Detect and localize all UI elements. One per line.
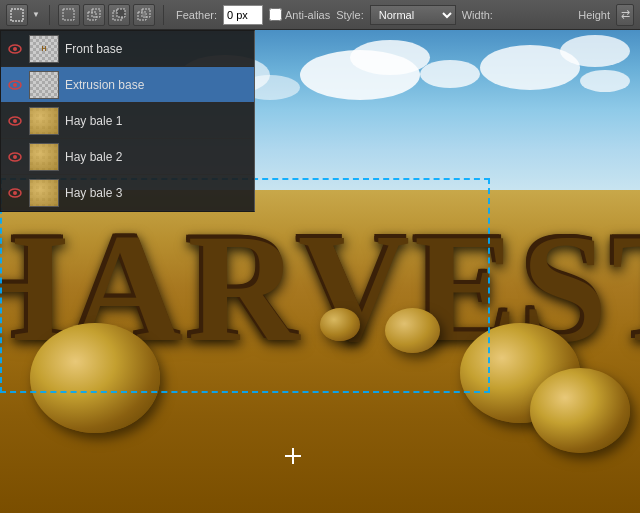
layer-item-extrusion-base[interactable]: Extrusion base [1,67,254,103]
svg-rect-8 [142,12,146,17]
antialias-checkbox[interactable] [269,8,282,21]
svg-point-12 [13,83,17,87]
layer-thumb-extrusion-base [29,71,59,99]
layer-eye-extrusion-base[interactable] [7,77,23,93]
toolbar: ▼ Feat [0,0,640,30]
canvas-area: HARVEST H Front base [0,30,640,513]
sep1 [49,5,50,25]
layer-item-hay-bale-1[interactable]: Hay bale 1 [1,103,254,139]
feather-input[interactable] [223,5,263,25]
layer-thumb-hay-bale-2 [29,143,59,171]
layer-name-extrusion-base: Extrusion base [65,78,144,92]
dropdown-btn[interactable]: ▼ [31,4,41,26]
feather-label: Feather: [176,9,217,21]
layer-item-hay-bale-3[interactable]: Hay bale 3 [1,175,254,211]
style-label: Style: [336,9,364,21]
layer-item-front-base[interactable]: H Front base [1,31,254,67]
hay-bale-small-1 [385,308,440,353]
height-label: Height [578,9,610,21]
marquee-tool-btn[interactable] [6,4,28,26]
antialias-label: Anti-alias [285,9,330,21]
width-label: Width: [462,9,493,21]
hay-bale-left [30,323,160,433]
transform-group [58,4,155,26]
layer-item-hay-bale-2[interactable]: Hay bale 2 [1,139,254,175]
layer-name-hay-bale-1: Hay bale 1 [65,114,122,128]
layer-eye-hay-bale-3[interactable] [7,185,23,201]
swap-btn[interactable]: ⇄ [616,4,634,26]
layer-thumb-front-base: H [29,35,59,63]
hay-bale-small-2 [320,308,360,341]
antialias-group: Anti-alias [269,8,330,21]
subtract-selection-btn[interactable] [108,4,130,26]
hay-bale-right-near [530,368,630,453]
layer-eye-hay-bale-1[interactable] [7,113,23,129]
new-selection-btn[interactable] [58,4,80,26]
layer-name-hay-bale-3: Hay bale 3 [65,186,122,200]
layer-thumb-hay-bale-1 [29,107,59,135]
layer-name-hay-bale-2: Hay bale 2 [65,150,122,164]
layer-thumb-hay-bale-3 [29,179,59,207]
add-selection-btn[interactable] [83,4,105,26]
layer-name-front-base: Front base [65,42,122,56]
svg-rect-1 [63,9,74,20]
svg-point-14 [13,119,17,123]
layer-eye-hay-bale-2[interactable] [7,149,23,165]
svg-point-16 [13,155,17,159]
style-select[interactable]: Normal Fixed Ratio Fixed Size [370,5,456,25]
tool-group: ▼ [6,4,41,26]
svg-point-10 [13,47,17,51]
layers-panel: H Front base Extrusion base Hay [0,30,255,212]
sep2 [163,5,164,25]
crosshair-cursor [285,448,301,464]
layer-eye-front-base[interactable] [7,41,23,57]
svg-rect-5 [117,9,125,17]
svg-point-18 [13,191,17,195]
intersect-selection-btn[interactable] [133,4,155,26]
svg-rect-0 [11,9,23,21]
